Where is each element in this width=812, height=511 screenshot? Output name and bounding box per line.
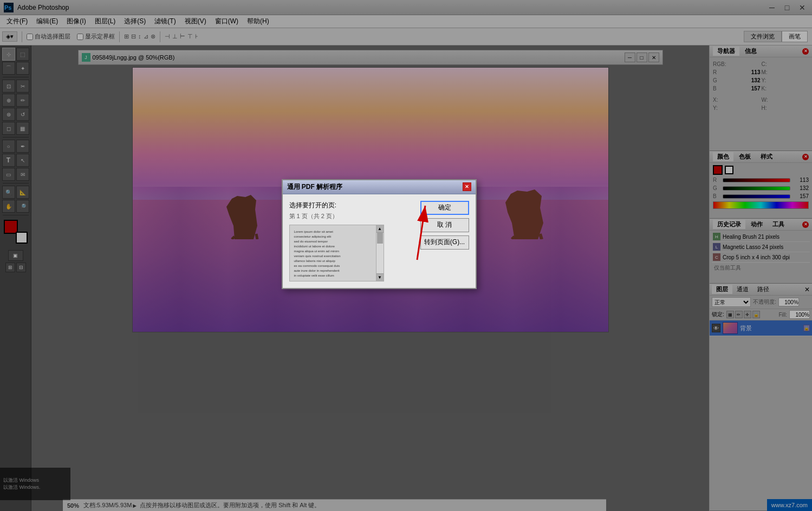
pdf-cancel-btn[interactable]: 取 消 (420, 218, 469, 232)
pdf-dialog-title-text: 通用 PDF 解析程序 (287, 182, 343, 192)
pdf-text-content: Lorem ipsum dolor sit ametconsectetur ad… (294, 230, 372, 278)
pdf-dialog-overlay: 通用 PDF 解析程序 ✕ 选择要打开的页: 第 1 页（共 2 页） Lore… (0, 0, 812, 511)
pdf-select-label: 选择要打开的页: (289, 201, 414, 210)
pdf-confirm-btn[interactable]: 确定 (420, 201, 469, 215)
pdf-goto-btn[interactable]: 转到页面(G)... (420, 235, 469, 250)
pdf-dialog-right: 确定 取 消 转到页面(G)... (420, 201, 469, 281)
pdf-dialog-titlebar: 通用 PDF 解析程序 ✕ (283, 180, 476, 194)
scroll-down-btn[interactable]: ▼ (376, 273, 384, 281)
pdf-dialog-close-btn[interactable]: ✕ (463, 182, 471, 191)
pdf-scrollbar[interactable]: ▲ ▼ (376, 225, 384, 281)
pdf-preview-box[interactable]: Lorem ipsum dolor sit ametconsectetur ad… (289, 225, 384, 281)
pdf-page-info: 第 1 页（共 2 页） (289, 212, 414, 220)
scroll-track[interactable] (376, 233, 384, 273)
scroll-up-btn[interactable]: ▲ (376, 225, 384, 233)
pdf-dialog: 通用 PDF 解析程序 ✕ 选择要打开的页: 第 1 页（共 2 页） Lore… (282, 179, 477, 289)
scroll-thumb[interactable] (377, 233, 383, 244)
pdf-dialog-left: 选择要打开的页: 第 1 页（共 2 页） Lorem ipsum dolor … (289, 201, 414, 281)
pdf-page-content: Lorem ipsum dolor sit ametconsectetur ad… (290, 225, 376, 281)
pdf-dialog-body: 选择要打开的页: 第 1 页（共 2 页） Lorem ipsum dolor … (283, 194, 476, 288)
